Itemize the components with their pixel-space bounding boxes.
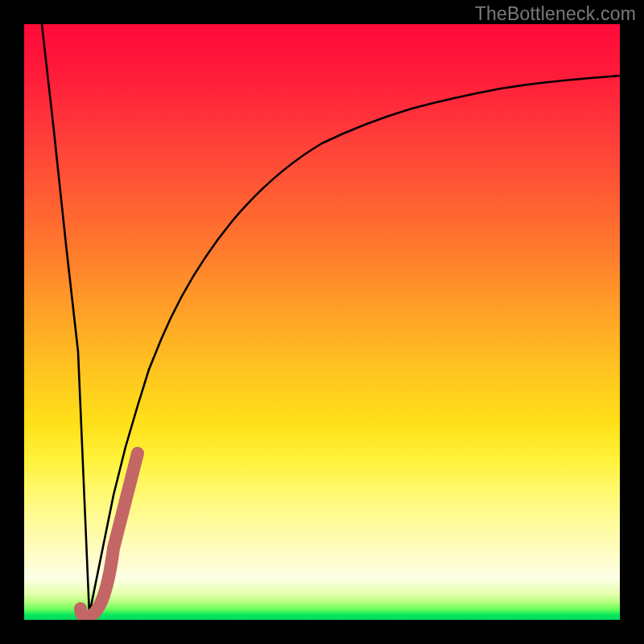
watermark-text: TheBottleneck.com bbox=[475, 3, 636, 25]
chart-frame: TheBottleneck.com bbox=[0, 0, 644, 644]
curve-layer bbox=[24, 24, 620, 620]
plot-area bbox=[24, 24, 620, 620]
bottleneck-curve bbox=[42, 24, 620, 614]
